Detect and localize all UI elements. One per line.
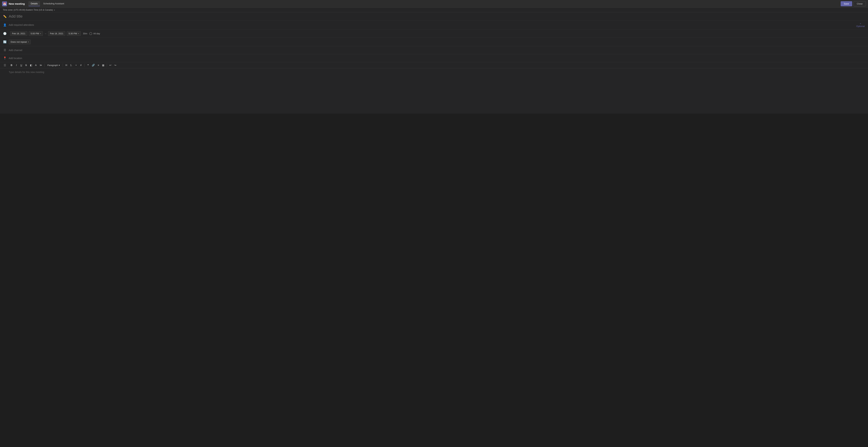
more-button[interactable]: ≫ — [39, 63, 43, 67]
repeat-row: 🔄 Does not repeat ▾ — [0, 38, 868, 46]
font-color-button[interactable]: A — [34, 63, 38, 67]
table-button[interactable]: ▦ — [101, 63, 105, 67]
italic-button[interactable]: I — [14, 63, 19, 67]
timezone-label: Time zone: (UTC-05:00) Eastern Time (US … — [3, 9, 53, 11]
attendees-input[interactable] — [9, 24, 856, 26]
start-date-value: Feb 18, 2021 — [12, 32, 25, 35]
bullet-list-button[interactable]: • — [74, 63, 78, 67]
strikethrough-label: S — [25, 64, 27, 66]
end-date-value: Feb 18, 2021 — [50, 32, 63, 35]
editor-area[interactable]: Type details for this new meeting — [0, 68, 868, 114]
tab-scheduling-assistant[interactable]: Scheduling Assistant — [41, 1, 66, 6]
location-row: 📍 — [0, 54, 868, 62]
timezone-bar[interactable]: Time zone: (UTC-05:00) Eastern Time (US … — [0, 8, 868, 12]
end-time-field[interactable]: 5:30 PM ▾ — [67, 31, 81, 36]
form-area: ✏️ 👤 + Optional 🕐 Feb 18, 2021 5:00 PM ▾… — [0, 12, 868, 114]
title-row: ✏️ — [0, 12, 868, 21]
paragraph-dropdown[interactable]: Paragraph ▾ — [46, 63, 61, 67]
heading-button[interactable]: H — [64, 63, 68, 67]
align-button[interactable]: ≡ — [96, 63, 100, 67]
toolbar-separator-2 — [63, 64, 63, 67]
strikethrough-button[interactable]: S — [24, 63, 28, 67]
attendees-icon: 👤 — [2, 23, 7, 27]
save-button[interactable]: Save — [841, 1, 852, 6]
close-button[interactable]: Close — [854, 1, 866, 6]
redo-button[interactable]: ↪ — [113, 63, 117, 67]
bottom-area — [0, 114, 868, 447]
tab-details[interactable]: Details — [28, 1, 40, 6]
channel-input[interactable] — [9, 49, 866, 52]
underline-button[interactable]: U — [19, 63, 23, 67]
editor-icon: ☰ — [2, 64, 7, 67]
end-time-chevron-icon: ▾ — [78, 33, 79, 34]
repeat-chevron-icon: ▾ — [28, 41, 29, 43]
start-time-chevron-icon: ▾ — [40, 33, 41, 34]
editor-placeholder: Type details for this new meeting — [9, 71, 44, 73]
ordered-button[interactable]: # — [79, 63, 83, 67]
start-time-value: 5:00 PM — [31, 32, 39, 35]
duration-value: 30m — [82, 32, 88, 35]
highlight-button[interactable]: ◧ — [29, 63, 33, 67]
bold-button[interactable]: B — [9, 63, 13, 67]
titlebar-actions: Save Close — [841, 1, 866, 6]
optional-button[interactable]: + Optional — [856, 22, 866, 28]
repeat-field[interactable]: Does not repeat ▾ — [9, 39, 31, 44]
editor-toolbar: ☰ B I U S ◧ A ≫ Paragraph ▾ H 1. • # ❝ 🔗… — [0, 62, 868, 68]
allday-label: All day — [93, 32, 100, 35]
window-title: New meeting — [9, 2, 25, 5]
location-input[interactable] — [9, 57, 866, 60]
allday-row: All day — [89, 32, 100, 35]
link-button[interactable]: 🔗 — [91, 63, 96, 67]
end-date-field[interactable]: Feb 18, 2021 — [48, 31, 65, 36]
datetime-row: 🕐 Feb 18, 2021 5:00 PM ▾ → Feb 18, 2021 … — [0, 29, 868, 38]
repeat-value: Does not repeat — [11, 40, 27, 43]
title-icon: ✏️ — [2, 15, 7, 18]
timezone-chevron-icon: ▾ — [54, 9, 55, 11]
channel-row: ☰ — [0, 46, 868, 54]
app-icon: 📅 — [2, 1, 7, 6]
paragraph-label: Paragraph — [48, 64, 58, 66]
datetime-arrow-icon: → — [44, 32, 47, 35]
end-time-value: 5:30 PM — [69, 32, 77, 35]
titlebar-tabs: Details Scheduling Assistant — [28, 1, 67, 6]
start-date-field[interactable]: Feb 18, 2021 — [10, 31, 27, 36]
title-input[interactable] — [9, 14, 866, 19]
attendees-row: 👤 + Optional — [0, 21, 868, 29]
undo-button[interactable]: ↩ — [108, 63, 113, 67]
start-time-field[interactable]: 5:00 PM ▾ — [29, 31, 43, 36]
titlebar: 📅 New meeting Details Scheduling Assista… — [0, 0, 868, 8]
datetime-icon: 🕐 — [2, 32, 7, 35]
repeat-icon: 🔄 — [2, 40, 7, 43]
allday-toggle[interactable] — [89, 32, 92, 35]
channel-icon: ☰ — [2, 49, 7, 52]
quote-button[interactable]: ❝ — [86, 63, 90, 67]
location-icon: 📍 — [2, 56, 7, 60]
numbered-list-button[interactable]: 1. — [69, 63, 73, 67]
paragraph-chevron-icon: ▾ — [59, 64, 60, 66]
